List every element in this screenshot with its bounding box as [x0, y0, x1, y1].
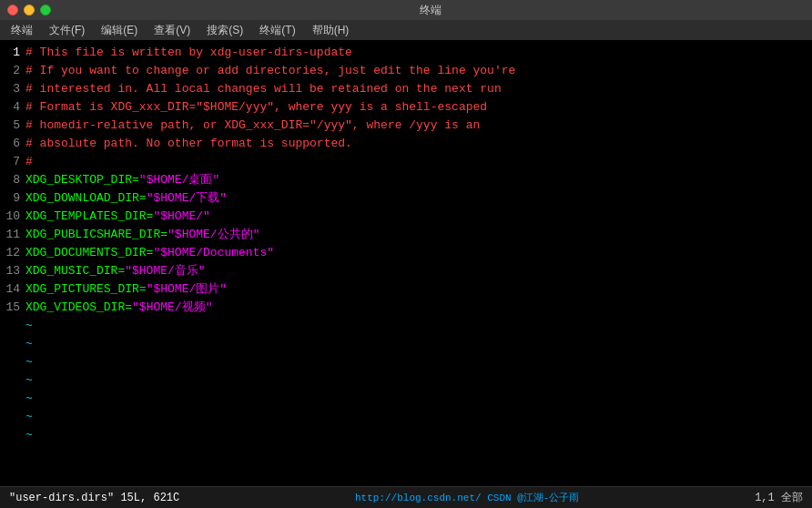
- line-number: 4: [0, 98, 25, 117]
- line-tilde: ~: [25, 408, 33, 426]
- line-number: 2: [0, 62, 25, 80]
- editor-line: ~: [0, 426, 812, 444]
- editor-line: 12XDG_DOCUMENTS_DIR="$HOME/Documents": [0, 244, 812, 262]
- code-token-var: XDG_MUSIC_DIR=: [25, 264, 125, 278]
- code-token-comment: # This file is written by xdg-user-dirs-…: [25, 46, 352, 59]
- line-text: # This file is written by xdg-user-dirs-…: [25, 44, 352, 62]
- code-token-value: "$HOME/视频": [132, 300, 212, 314]
- line-text: XDG_DOCUMENTS_DIR="$HOME/Documents": [25, 244, 274, 262]
- line-tilde: ~: [25, 317, 33, 335]
- line-number: 3: [0, 80, 25, 98]
- menu-item-6[interactable]: 帮助(H): [305, 21, 357, 40]
- code-token-comment: # Format is XDG_xxx_DIR="$HOME/yyy", whe…: [25, 100, 487, 114]
- line-text: XDG_PUBLICSHARE_DIR="$HOME/公共的": [25, 226, 259, 244]
- code-token-comment: # homedir-relative path, or XDG_xxx_DIR=…: [25, 118, 480, 132]
- line-number: 15: [0, 299, 25, 317]
- menu-item-0[interactable]: 终端: [4, 21, 40, 40]
- line-number: 8: [0, 171, 25, 189]
- line-text: # interested in. All local changes will …: [25, 80, 502, 98]
- statusbar-file-info: "user-dirs.dirs" 15L, 621C: [9, 492, 179, 504]
- window-title: 终端: [56, 3, 805, 18]
- code-token-value: "$HOME/图片": [147, 282, 227, 296]
- code-token-value: "$HOME/下载": [147, 191, 227, 205]
- code-token-comment: # interested in. All local changes will …: [25, 82, 502, 96]
- editor-line: 2# If you want to change or add director…: [0, 62, 812, 80]
- editor-line: 5# homedir-relative path, or XDG_xxx_DIR…: [0, 117, 812, 135]
- editor-line: 14XDG_PICTURES_DIR="$HOME/图片": [0, 280, 812, 299]
- editor-line: 9XDG_DOWNLOAD_DIR="$HOME/下载": [0, 189, 812, 208]
- maximize-button[interactable]: [40, 5, 51, 15]
- editor-line: 6# absolute path. No other format is sup…: [0, 135, 812, 153]
- menu-item-5[interactable]: 终端(T): [252, 21, 302, 40]
- editor: 1# This file is written by xdg-user-dirs…: [0, 40, 812, 486]
- statusbar-url: http://blog.csdn.net/ CSDN @江湖-公子雨: [355, 491, 579, 504]
- line-text: XDG_TEMPLATES_DIR="$HOME/": [25, 208, 210, 226]
- editor-line: ~: [0, 408, 812, 426]
- line-text: # Format is XDG_xxx_DIR="$HOME/yyy", whe…: [25, 98, 487, 117]
- line-text: # absolute path. No other format is supp…: [25, 135, 352, 153]
- code-token-var: XDG_VIDEOS_DIR=: [25, 300, 132, 314]
- line-number: 7: [0, 153, 25, 171]
- line-number: 11: [0, 226, 25, 244]
- line-tilde: ~: [25, 335, 33, 353]
- code-token-comment: #: [25, 155, 33, 168]
- code-token-value: "$HOME/桌面": [139, 173, 219, 187]
- menubar: 终端文件(F)编辑(E)查看(V)搜索(S)终端(T)帮助(H): [0, 20, 812, 40]
- line-text: # homedir-relative path, or XDG_xxx_DIR=…: [25, 117, 480, 135]
- code-token-var: XDG_DOCUMENTS_DIR=: [25, 246, 153, 259]
- editor-line: 3# interested in. All local changes will…: [0, 80, 812, 98]
- editor-line: 8XDG_DESKTOP_DIR="$HOME/桌面": [0, 171, 812, 189]
- line-text: XDG_MUSIC_DIR="$HOME/音乐": [25, 262, 206, 280]
- line-tilde: ~: [25, 426, 33, 444]
- menu-item-2[interactable]: 编辑(E): [94, 21, 145, 40]
- editor-line: 7#: [0, 153, 812, 171]
- close-button[interactable]: [7, 5, 18, 15]
- line-tilde: ~: [25, 353, 33, 371]
- editor-line: ~: [0, 390, 812, 408]
- code-token-var: XDG_PICTURES_DIR=: [25, 282, 147, 296]
- titlebar: 终端: [0, 0, 812, 20]
- editor-line: 15XDG_VIDEOS_DIR="$HOME/视频": [0, 299, 812, 317]
- menu-item-3[interactable]: 查看(V): [147, 21, 198, 40]
- editor-line: ~: [0, 317, 812, 335]
- menu-item-4[interactable]: 搜索(S): [199, 21, 250, 40]
- statusbar-position: 1,1 全部: [755, 490, 803, 505]
- editor-line: ~: [0, 335, 812, 353]
- line-number: 5: [0, 117, 25, 135]
- code-token-var: XDG_DOWNLOAD_DIR=: [25, 191, 147, 205]
- code-token-value: "$HOME/Documents": [153, 246, 274, 259]
- line-number: 14: [0, 280, 25, 299]
- editor-line: 11XDG_PUBLICSHARE_DIR="$HOME/公共的": [0, 226, 812, 244]
- line-text: XDG_PICTURES_DIR="$HOME/图片": [25, 280, 227, 299]
- line-text: XDG_VIDEOS_DIR="$HOME/视频": [25, 299, 212, 317]
- line-number: 6: [0, 135, 25, 153]
- line-tilde: ~: [25, 390, 33, 408]
- line-text: # If you want to change or add directori…: [25, 62, 515, 80]
- code-token-var: XDG_PUBLICSHARE_DIR=: [25, 228, 167, 241]
- menu-item-1[interactable]: 文件(F): [42, 21, 92, 40]
- line-number: 12: [0, 244, 25, 262]
- editor-line: ~: [0, 353, 812, 371]
- editor-line: 4# Format is XDG_xxx_DIR="$HOME/yyy", wh…: [0, 98, 812, 117]
- editor-line: 13XDG_MUSIC_DIR="$HOME/音乐": [0, 262, 812, 280]
- code-token-comment: # If you want to change or add directori…: [25, 64, 515, 77]
- line-number: 13: [0, 262, 25, 280]
- code-token-value: "$HOME/音乐": [125, 264, 205, 278]
- code-token-comment: # absolute path. No other format is supp…: [25, 137, 352, 150]
- editor-line: 1# This file is written by xdg-user-dirs…: [0, 44, 812, 62]
- editor-line: 10XDG_TEMPLATES_DIR="$HOME/": [0, 208, 812, 226]
- line-text: XDG_DESKTOP_DIR="$HOME/桌面": [25, 171, 219, 189]
- line-text: #: [25, 153, 33, 171]
- editor-line: ~: [0, 371, 812, 390]
- statusbar: "user-dirs.dirs" 15L, 621C http://blog.c…: [0, 486, 812, 508]
- code-token-var: XDG_TEMPLATES_DIR=: [25, 209, 153, 223]
- code-token-value: "$HOME/公共的": [167, 228, 259, 241]
- code-token-value: "$HOME/": [153, 209, 209, 223]
- line-number: 10: [0, 208, 25, 226]
- line-tilde: ~: [25, 371, 33, 390]
- code-token-var: XDG_DESKTOP_DIR=: [25, 173, 139, 187]
- line-number: 9: [0, 189, 25, 208]
- line-text: XDG_DOWNLOAD_DIR="$HOME/下载": [25, 189, 227, 208]
- line-number: 1: [0, 44, 25, 62]
- minimize-button[interactable]: [24, 5, 35, 15]
